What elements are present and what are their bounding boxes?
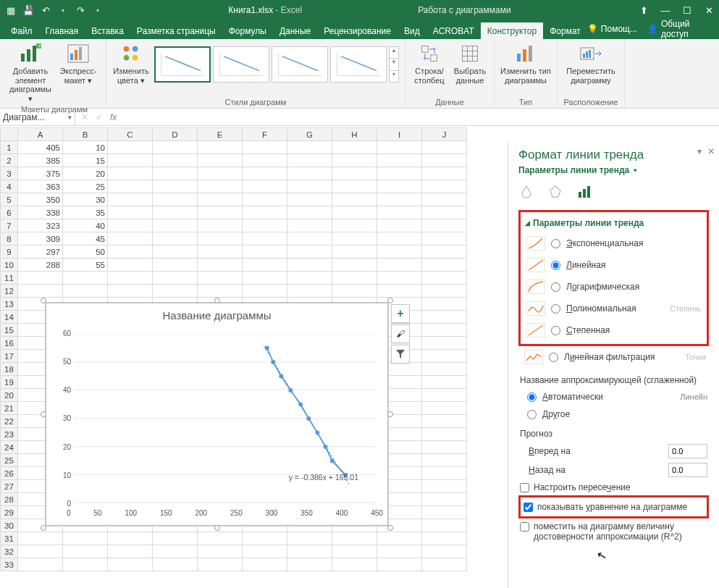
polynomial-order-label: Степень: [670, 304, 701, 313]
pane-subtitle[interactable]: Параметры линии тренда▼: [508, 165, 719, 181]
table-row[interactable]: 140510: [1, 141, 467, 154]
chevron-down-icon[interactable]: ▾: [68, 114, 72, 121]
set-intercept-checkbox[interactable]: Настроить пересечение: [518, 479, 709, 495]
pane-dropdown-icon[interactable]: ▾: [697, 146, 702, 156]
tab-formulas[interactable]: Формулы: [222, 22, 273, 39]
chart-styles-gallery[interactable]: ▲ ▼ ▾: [154, 42, 399, 83]
fill-line-icon[interactable]: [518, 184, 534, 200]
undo-icon[interactable]: ↶: [38, 2, 54, 18]
change-chart-type-button[interactable]: Изменить тип диаграммы: [500, 42, 551, 85]
save-icon[interactable]: 💾: [20, 2, 36, 18]
svg-rect-0: [21, 54, 25, 62]
svg-point-42: [271, 360, 275, 364]
svg-point-11: [124, 55, 130, 61]
table-row[interactable]: 436325: [1, 180, 467, 193]
tab-format[interactable]: Формат: [543, 22, 587, 39]
show-r2-checkbox[interactable]: поместить на диаграмму величину достовер…: [518, 518, 709, 545]
table-row[interactable]: 12: [1, 285, 467, 298]
chart-equation-label[interactable]: y = -0.386x + 165.01: [289, 473, 358, 482]
close-icon[interactable]: ✕: [699, 2, 719, 18]
group-data: Строка/столбец Выбрать данные Данные: [405, 39, 495, 108]
embedded-chart[interactable]: Название диаграммы 6050403020100 0501001…: [46, 303, 388, 526]
share-button[interactable]: 👤Общий доступ: [647, 19, 712, 39]
chart-tools-label: Работа с диаграммами: [418, 5, 511, 15]
style-thumb-2[interactable]: [213, 46, 269, 83]
chart-series[interactable]: [265, 345, 348, 477]
styles-scroll[interactable]: ▲ ▼ ▾: [389, 46, 399, 83]
enter-icon[interactable]: ✓: [96, 112, 103, 122]
qat-customize-icon[interactable]: ▾: [90, 2, 106, 18]
forecast-backward-input[interactable]: [668, 463, 707, 477]
option-power[interactable]: Степенная: [525, 319, 702, 341]
style-thumb-1[interactable]: [154, 46, 211, 83]
tab-file[interactable]: Файл: [4, 22, 39, 39]
formula-input[interactable]: [133, 109, 719, 125]
forecast-forward-input[interactable]: [668, 444, 707, 458]
style-thumb-4[interactable]: [330, 46, 387, 83]
tab-data[interactable]: Данные: [273, 22, 317, 39]
add-chart-element-button[interactable]: + Добавить элемент диаграммы ▾: [9, 42, 52, 104]
tab-view[interactable]: Вид: [398, 22, 426, 39]
trendline-type-group: ◢Параметры линии тренда Экспоненциальная…: [518, 210, 709, 346]
table-row[interactable]: 238515: [1, 154, 467, 167]
tab-home[interactable]: Главная: [39, 22, 85, 39]
table-row[interactable]: 11: [1, 272, 467, 285]
forecast-forward-row: Вперед на: [518, 442, 709, 461]
group-styles-label: Стили диаграмм: [225, 96, 287, 107]
option-polynomial[interactable]: Полиномиальная Степень: [525, 298, 702, 319]
select-data-button[interactable]: Выбрать данные: [452, 42, 488, 85]
tab-design[interactable]: Конструктор: [481, 22, 543, 39]
svg-rect-20: [517, 54, 521, 62]
table-row[interactable]: 1028855: [1, 259, 467, 272]
table-row[interactable]: 535030: [1, 193, 467, 206]
table-row[interactable]: 633835: [1, 206, 467, 219]
effects-icon[interactable]: [547, 184, 563, 200]
minimize-icon[interactable]: —: [655, 2, 676, 18]
name-other-option[interactable]: Другое: [518, 406, 709, 423]
option-logarithmic[interactable]: Логарифмическая: [525, 276, 702, 298]
style-thumb-3[interactable]: [272, 46, 328, 83]
table-row[interactable]: 33: [1, 558, 467, 571]
option-exponential[interactable]: Экспоненциальная: [525, 232, 702, 254]
table-row[interactable]: 732340: [1, 219, 467, 232]
trendline-options-header[interactable]: ◢Параметры линии тренда: [525, 218, 702, 228]
option-linear[interactable]: Линейная: [525, 254, 702, 276]
column-headers[interactable]: AB CD EF GH IJ: [1, 128, 467, 141]
chart-styles-button[interactable]: 🖌: [391, 324, 410, 343]
tab-review[interactable]: Рецензирование: [317, 22, 398, 39]
svg-point-10: [133, 46, 138, 52]
ribbon-options-icon[interactable]: ⬆: [634, 2, 654, 18]
tab-acrobat[interactable]: ACROBAT: [426, 22, 481, 39]
pane-category-icons: [508, 181, 719, 207]
pane-close-icon[interactable]: ✕: [707, 146, 715, 156]
name-auto-option[interactable]: Автоматически Линейн: [518, 388, 709, 406]
svg-point-9: [124, 46, 130, 52]
tell-me[interactable]: 💡Помощ...: [587, 24, 637, 34]
table-row[interactable]: 32: [1, 545, 467, 558]
tab-layout[interactable]: Разметка страницы: [130, 22, 222, 39]
move-chart-button[interactable]: Переместить диаграмму: [563, 42, 618, 85]
tab-insert[interactable]: Вставка: [85, 22, 130, 39]
show-equation-checkbox[interactable]: показывать уравнение на диаграмме: [518, 495, 709, 518]
chart-title[interactable]: Название диаграммы: [46, 303, 387, 322]
chart-filters-button[interactable]: [391, 345, 410, 364]
switch-row-column-button[interactable]: Строка/столбец: [411, 42, 447, 85]
table-row[interactable]: 31: [1, 532, 467, 545]
name-box[interactable]: Диаграм...▾: [0, 109, 75, 125]
quick-layout-button[interactable]: Экспресс-макет ▾: [56, 42, 100, 85]
table-row[interactable]: 929750: [1, 245, 467, 259]
cancel-icon[interactable]: ✕: [81, 112, 88, 122]
fx-icon[interactable]: fx: [110, 112, 117, 122]
group-location-label: Расположение: [564, 96, 618, 107]
change-colors-button[interactable]: Изменить цвета ▾: [112, 42, 150, 85]
undo-dropdown-icon[interactable]: ▾: [55, 2, 71, 18]
option-moving-average[interactable]: Линейная фильтрация Точки: [518, 346, 709, 368]
chart-elements-button[interactable]: +: [391, 304, 410, 323]
table-row[interactable]: 830945: [1, 232, 467, 245]
redo-icon[interactable]: ↷: [72, 2, 88, 18]
maximize-icon[interactable]: ☐: [677, 2, 697, 18]
trendline-options-icon[interactable]: [576, 184, 592, 200]
group-type: Изменить тип диаграммы Тип: [495, 39, 558, 108]
table-row[interactable]: 337520: [1, 167, 467, 180]
trendline[interactable]: [264, 345, 349, 484]
